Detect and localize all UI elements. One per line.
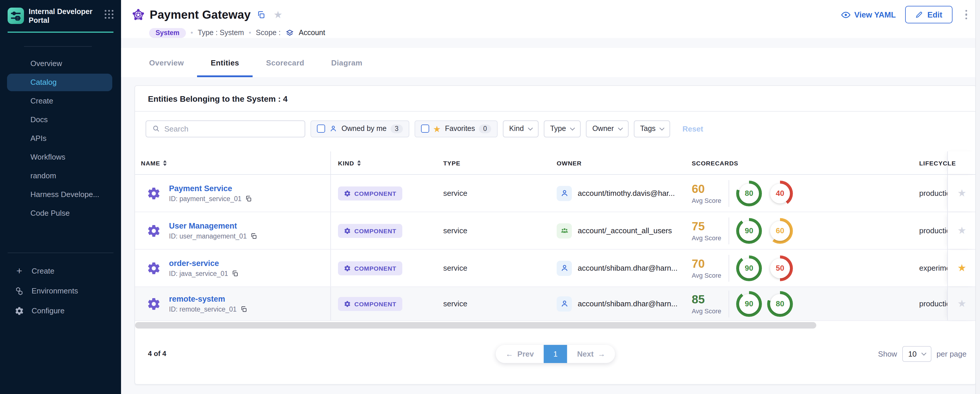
view-yaml-button[interactable]: View YAML <box>841 10 896 19</box>
entity-name-link[interactable]: remote-system <box>169 295 247 303</box>
scorecards-cell: 60Avg Score8040 <box>692 175 919 211</box>
favorite-star-icon[interactable]: ★ <box>958 226 967 235</box>
search-icon <box>152 124 160 133</box>
component-gear-icon <box>147 261 161 275</box>
sort-icon[interactable] <box>163 160 167 166</box>
score-gauge: 90 <box>736 291 762 316</box>
avg-score-label: Avg Score <box>692 272 729 278</box>
page-number-button[interactable]: 1 <box>544 345 567 363</box>
favorite-cell: ★ <box>947 287 976 320</box>
scope-value: Account <box>299 29 325 37</box>
sidebar-item-workflows[interactable]: Workflows <box>7 148 112 166</box>
reset-filters-button[interactable]: Reset <box>682 124 703 133</box>
brand-title: Internal Developer Portal <box>29 8 97 25</box>
copy-id-icon[interactable] <box>250 233 257 240</box>
type-cell: service <box>443 249 557 286</box>
sidebar-item-catalog[interactable]: Catalog <box>7 73 112 91</box>
horizontal-scrollbar-thumb[interactable] <box>135 322 816 329</box>
type-label: Type : System <box>198 29 244 37</box>
avg-score-label: Avg Score <box>692 307 729 314</box>
tab-diagram[interactable]: Diagram <box>318 48 376 77</box>
score-gauge: 80 <box>736 180 762 206</box>
entities-table: NAMEKINDTYPEOWNERSCORECARDSLIFECYCLE Pay… <box>135 151 976 329</box>
copy-id-icon[interactable] <box>245 195 252 202</box>
favorite-title-star-icon[interactable]: ★ <box>274 10 282 19</box>
entity-name-link[interactable]: User Management <box>169 222 257 230</box>
page-size-select[interactable]: 10 <box>902 346 931 362</box>
content-area: Entities Belonging to the System : 4 <box>121 77 980 394</box>
scorecards-cell: 70Avg Score9050 <box>692 249 919 286</box>
avg-score-value: 75 <box>692 220 729 232</box>
sidebar-item-random[interactable]: random <box>7 167 112 184</box>
avg-score-label: Avg Score <box>692 234 729 241</box>
copy-title-icon[interactable] <box>256 10 265 19</box>
favorites-filter[interactable]: ★ Favorites 0 <box>414 120 498 137</box>
system-entity-icon <box>132 8 145 21</box>
kind-cell: COMPONENT <box>331 212 443 249</box>
next-page-button[interactable]: Next → <box>567 345 615 363</box>
tab-entities[interactable]: Entities <box>197 48 253 77</box>
owned-by-me-checkbox[interactable] <box>317 124 325 133</box>
sidebar-footer-item-create[interactable]: +Create <box>0 261 121 281</box>
page-title: Payment Gateway <box>150 8 251 21</box>
tab-overview[interactable]: Overview <box>136 48 197 77</box>
table-row: order-serviceID: java_service_01COMPONEN… <box>135 249 976 287</box>
column-header-kind[interactable]: KIND <box>331 151 443 174</box>
score-gauge: 50 <box>767 255 793 281</box>
plus-icon: + <box>14 266 24 276</box>
main-area: Payment Gateway ★ View YAML <box>121 0 980 394</box>
favorite-star-icon[interactable]: ★ <box>958 188 967 198</box>
favorite-star-icon[interactable]: ★ <box>958 299 967 309</box>
avg-score-value: 70 <box>692 257 729 270</box>
chevron-down-icon <box>921 350 926 356</box>
sidebar-footer-item-environments[interactable]: Environments <box>0 281 121 301</box>
sidebar-item-code-pulse[interactable]: Code Pulse <box>7 204 112 222</box>
sidebar-footer-item-configure[interactable]: Configure <box>0 301 121 321</box>
tab-scorecard[interactable]: Scorecard <box>253 48 318 77</box>
type-cell: service <box>443 212 557 249</box>
show-label: Show <box>878 349 897 358</box>
filter-dropdown-type[interactable]: Type <box>544 120 581 137</box>
more-options-kebab-icon[interactable] <box>962 8 970 22</box>
table-header-row: NAMEKINDTYPEOWNERSCORECARDSLIFECYCLE <box>135 151 976 175</box>
sidebar-item-overview[interactable]: Overview <box>7 55 112 72</box>
entity-meta: System • Type : System • Scope : Account <box>149 27 973 38</box>
copy-id-icon[interactable] <box>240 306 247 313</box>
entity-name-link[interactable]: Payment Service <box>169 184 252 193</box>
sort-icon[interactable] <box>357 160 361 166</box>
filter-dropdown-tags[interactable]: Tags <box>634 120 670 137</box>
search-input[interactable] <box>164 124 299 133</box>
filter-bar: Owned by me 3 ★ Favorites 0 KindTypeOwne… <box>135 112 976 137</box>
avg-score-label: Avg Score <box>692 197 729 204</box>
owned-by-me-filter[interactable]: Owned by me 3 <box>310 120 409 137</box>
owner-cell: account/shibam.dhar@harn... <box>557 249 692 286</box>
entity-name-link[interactable]: order-service <box>169 259 239 268</box>
sidebar-item-harness-develope[interactable]: Harness Develope... <box>7 186 112 203</box>
group-icon <box>557 223 572 238</box>
favorite-star-icon[interactable]: ★ <box>958 263 967 273</box>
filter-dropdown-owner[interactable]: Owner <box>586 120 628 137</box>
score-gauge: 90 <box>736 218 762 243</box>
chevron-down-icon <box>660 126 665 130</box>
brand-divider <box>8 31 113 32</box>
favorites-checkbox[interactable] <box>421 124 429 133</box>
edit-button[interactable]: Edit <box>905 6 952 23</box>
avg-score-value: 85 <box>692 293 729 305</box>
sidebar-footer: +CreateEnvironmentsConfigure <box>0 253 121 321</box>
filter-dropdown-kind[interactable]: Kind <box>503 120 539 137</box>
gear-icon <box>14 306 24 315</box>
component-gear-icon <box>147 224 161 238</box>
sidebar-item-docs[interactable]: Docs <box>7 111 112 128</box>
copy-id-icon[interactable] <box>232 270 239 277</box>
column-header-scorecards: SCORECARDS <box>692 151 919 174</box>
per-page-label: per page <box>936 349 967 358</box>
score-gauge: 90 <box>736 255 762 281</box>
sidebar-item-apis[interactable]: APIs <box>7 129 112 147</box>
sidebar-item-create[interactable]: Create <box>7 92 112 110</box>
prev-page-button[interactable]: ← Prev <box>496 345 544 363</box>
kind-cell: COMPONENT <box>331 175 443 211</box>
column-header-name[interactable]: NAME <box>135 151 331 174</box>
lifecycle-cell: production <box>919 287 947 320</box>
apps-grid-icon[interactable] <box>105 10 114 19</box>
vertical-scrollbar[interactable] <box>975 0 980 394</box>
